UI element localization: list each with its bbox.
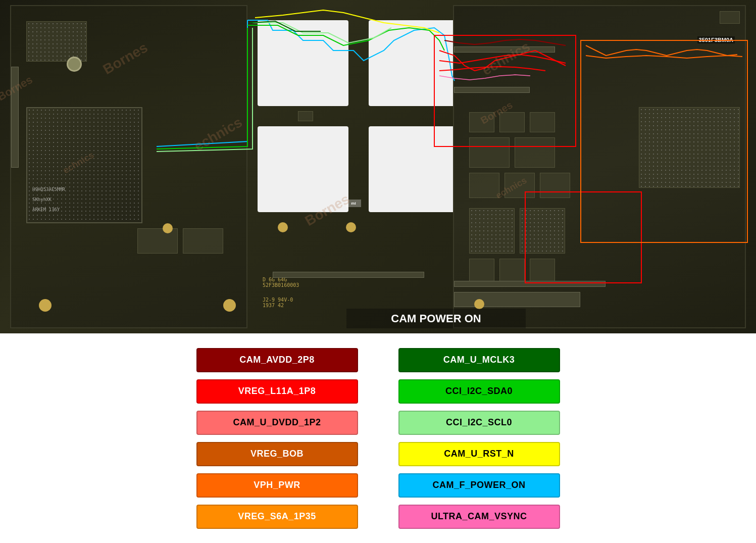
cutout-1 — [258, 20, 348, 106]
legend-item-vreg_bob[interactable]: VREG_BOB — [196, 442, 358, 466]
legend-item-cam_f_power_on[interactable]: CAM_F_POWER_ON — [398, 473, 560, 498]
legend-left-column: CAM_AVDD_2P8VREG_L11A_1P8CAM_U_DVDD_1P2V… — [196, 348, 358, 529]
comp-4 — [469, 137, 510, 168]
comp-11 — [530, 259, 555, 284]
legend-columns: CAM_AVDD_2P8VREG_L11A_1P8CAM_U_DVDD_1P2V… — [196, 348, 560, 529]
large-comp-1 — [469, 208, 515, 254]
solder-1 — [39, 299, 52, 312]
right-bga — [639, 107, 740, 188]
legend-label-vph_pwr: VPH_PWR — [254, 480, 300, 490]
brand-logo: mi — [346, 200, 361, 207]
legend-label-cci_i2c_scl0: CCI_I2C_SCL0 — [446, 417, 512, 428]
legend-label-cam_u_rst_n: CAM_U_RST_N — [444, 449, 514, 459]
conn-h-bottom-2 — [454, 292, 580, 307]
component-cluster — [464, 107, 616, 309]
cutout-3 — [258, 126, 348, 212]
solder-r-1 — [474, 299, 484, 309]
top-right-chip — [720, 11, 740, 24]
legend-item-cci_i2c_scl0[interactable]: CCI_I2C_SCL0 — [398, 411, 560, 435]
chip-dots — [27, 22, 86, 61]
mid-solder-2 — [278, 222, 288, 232]
legend-item-cam_avdd_2p8[interactable]: CAM_AVDD_2P8 — [196, 348, 358, 372]
ic-label-3: ARKEM 136Y — [32, 207, 60, 212]
legend-label-cam_f_power_on: CAM_F_POWER_ON — [432, 480, 525, 490]
legend-label-vreg_bob: VREG_BOB — [250, 449, 304, 459]
legend-label-cci_i2c_sda0: CCI_I2C_SDA0 — [445, 386, 513, 397]
bga-dots — [27, 108, 141, 222]
left-board-section: H9HQ53AE5MMR SKhyhXK ARKEM 136Y Bornes e… — [10, 5, 247, 328]
large-comp-2 — [520, 208, 565, 254]
brand-text: mi — [351, 201, 356, 206]
mid-comp-1 — [298, 111, 313, 121]
screw-hole-1 — [67, 57, 82, 72]
ic-label-1: H9HQ53AE5MMR — [32, 187, 65, 192]
cutout-4 — [369, 126, 460, 212]
comp-9 — [469, 259, 494, 284]
small-chip-1 — [137, 228, 178, 254]
legend-label-vreg_l11a_1p8: VREG_L11A_1P8 — [238, 386, 316, 397]
main-bga-chip: H9HQ53AE5MMR SKhyhXK ARKEM 136Y — [26, 107, 142, 223]
lcomp-dots — [470, 209, 514, 253]
small-chip-2 — [183, 228, 223, 254]
legend-item-vreg_l11a_1p8[interactable]: VREG_L11A_1P8 — [196, 379, 358, 404]
board-code-label: D 6G 64G52F3B0160003 — [263, 277, 299, 288]
comp-6 — [469, 173, 499, 198]
legend-item-vph_pwr[interactable]: VPH_PWR — [196, 473, 358, 498]
top-left-chip — [26, 21, 87, 62]
conn-h-bottom — [454, 281, 606, 287]
cutout-2 — [369, 20, 460, 106]
legend-item-ultra_cam_vsync[interactable]: ULTRA_CAM_VSYNC — [398, 505, 560, 529]
right-bga-dots — [639, 108, 739, 187]
comp-7 — [505, 173, 535, 198]
conn-h-2 — [454, 87, 530, 93]
lcomp-dots-2 — [520, 209, 565, 253]
legend-right-column: CAM_U_MCLK3CCI_I2C_SDA0CCI_I2C_SCL0CAM_U… — [398, 348, 560, 529]
legend-item-cci_i2c_sda0[interactable]: CCI_I2C_SDA0 — [398, 379, 560, 404]
bottom-connector — [273, 272, 424, 278]
solder-3 — [223, 299, 236, 312]
legend-label-ultra_cam_vsync: ULTRA_CAM_VSYNC — [431, 511, 527, 522]
comp-8 — [540, 173, 570, 198]
solder-2 — [163, 223, 173, 233]
middle-section: D 6G 64G52F3B0160003 J2-9 94V-01937 42 m… — [253, 5, 465, 328]
comp-2 — [499, 112, 525, 132]
comp-1 — [469, 112, 494, 132]
comp-10 — [499, 259, 525, 284]
connector-left — [11, 67, 19, 168]
conn-h-1 — [454, 46, 555, 53]
cam-power-on-label: CAM POWER ON — [346, 309, 526, 328]
comp-3 — [530, 112, 555, 132]
voltage-label: J2-9 94V-01937 42 — [263, 297, 293, 308]
legend-area: CAM_AVDD_2P8VREG_L11A_1P8CAM_U_DVDD_1P2V… — [0, 333, 756, 543]
mid-solder-1 — [346, 222, 356, 232]
legend-label-cam_u_dvdd_1p2: CAM_U_DVDD_1P2 — [233, 417, 321, 428]
legend-item-cam_u_rst_n[interactable]: CAM_U_RST_N — [398, 442, 560, 466]
right-board-section: 3501F3BM0A — [453, 5, 746, 328]
pcb-board-area: H9HQ53AE5MMR SKhyhXK ARKEM 136Y Bornes e… — [0, 0, 756, 333]
comp-5 — [515, 137, 555, 168]
chip-code-label: 3501F3BM0A — [697, 36, 735, 43]
legend-label-cam_avdd_2p8: CAM_AVDD_2P8 — [239, 355, 315, 365]
legend-item-cam_u_dvdd_1p2[interactable]: CAM_U_DVDD_1P2 — [196, 411, 358, 435]
legend-item-cam_u_mclk3[interactable]: CAM_U_MCLK3 — [398, 348, 560, 372]
legend-label-vreg_s6a_1p35: VREG_S6A_1P35 — [238, 511, 316, 522]
ic-label-2: SKhyhXK — [32, 197, 52, 202]
legend-item-vreg_s6a_1p35[interactable]: VREG_S6A_1P35 — [196, 505, 358, 529]
legend-label-cam_u_mclk3: CAM_U_MCLK3 — [443, 355, 515, 365]
